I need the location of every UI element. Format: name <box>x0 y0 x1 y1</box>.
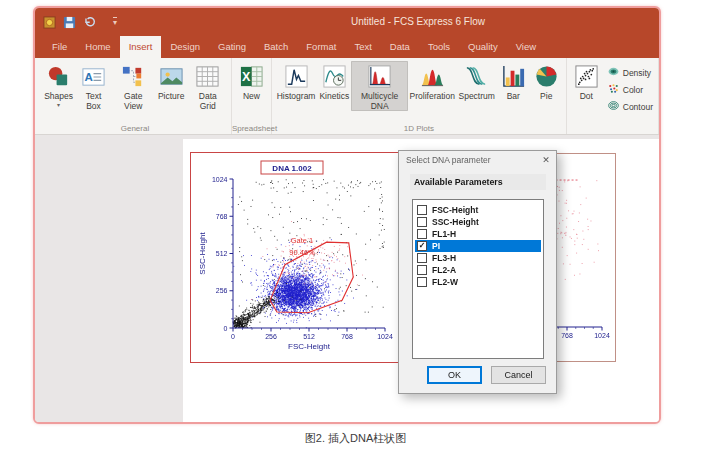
tab-data[interactable]: Data <box>381 36 419 58</box>
ok-button[interactable]: OK <box>427 366 482 384</box>
ribbon-button-label: Color <box>623 85 643 95</box>
checkbox-fl1-h[interactable] <box>417 229 427 239</box>
tab-home[interactable]: Home <box>76 36 119 58</box>
tab-batch[interactable]: Batch <box>255 36 297 58</box>
ribbon-button-text-box[interactable]: AText Box <box>75 61 112 111</box>
app-icon[interactable] <box>43 16 56 29</box>
workspace: 0025625651251276876810241024SSC-HeightFS… <box>35 135 659 422</box>
ribbon-button-histogram[interactable]: Histogram <box>275 61 317 101</box>
ribbon-button-data-grid[interactable]: Data Grid <box>188 61 228 111</box>
tab-format[interactable]: Format <box>297 36 345 58</box>
save-icon[interactable] <box>63 16 76 29</box>
cancel-button[interactable]: Cancel <box>491 366 546 384</box>
svg-text:DNA 1.002: DNA 1.002 <box>272 164 312 173</box>
parameter-fl2-a[interactable]: FL2-A <box>415 264 541 276</box>
svg-text:90.46%: 90.46% <box>289 248 315 257</box>
color-icon <box>607 82 620 97</box>
tab-text[interactable]: Text <box>345 36 380 58</box>
parameter-ssc-height[interactable]: SSC-Height <box>415 216 541 228</box>
ribbon-group-2d-plots: DotDensityColorContour <box>567 58 659 134</box>
multicycle-dna-icon <box>367 63 392 90</box>
ribbon-button-kinetics[interactable]: Kinetics <box>317 61 351 101</box>
svg-text:768: 768 <box>341 333 353 340</box>
ribbon-button-multicycle-dna[interactable]: Multicycle DNA <box>351 61 408 111</box>
ribbon-button-color[interactable]: Color <box>607 82 653 97</box>
dialog-title: Select DNA parameter <box>406 155 491 165</box>
checkbox-pi[interactable]: ✓ <box>417 241 427 251</box>
proliferation-icon <box>420 63 445 90</box>
shapes-icon <box>46 63 71 90</box>
text-box-icon: A <box>81 63 106 90</box>
parameter-fsc-height[interactable]: FSC-Height <box>415 204 541 216</box>
checkbox-fl3-h[interactable] <box>417 253 427 263</box>
ribbon-group-label: Spreadsheet <box>232 124 271 133</box>
ribbon-button-pie[interactable]: Pie <box>530 61 563 101</box>
dna-scatter-plot[interactable]: 0025625651251276876810241024SSC-HeightFS… <box>190 152 408 363</box>
ribbon-button-spectrum[interactable]: Spectrum <box>457 61 497 101</box>
spreadsheet-new-icon: X <box>239 63 264 90</box>
ribbon-tabs: FileHomeInsertDesignGatingBatchFormatTex… <box>35 36 659 58</box>
ribbon-button-label: Proliferation <box>410 91 455 101</box>
checkbox-fl2-w[interactable] <box>417 277 427 287</box>
ribbon-button-label: Text Box <box>78 91 109 111</box>
parameter-label: PI <box>432 241 440 251</box>
parameter-fl2-w[interactable]: FL2-W <box>415 276 541 288</box>
svg-text:Gate 1: Gate 1 <box>291 236 314 245</box>
bar-icon <box>501 63 526 90</box>
ribbon-group-label: 1D Plots <box>272 124 566 133</box>
density-icon <box>607 65 620 80</box>
ribbon-button-proliferation[interactable]: Proliferation <box>408 61 457 101</box>
tab-insert[interactable]: Insert <box>120 36 162 58</box>
qat-dropdown-icon[interactable]: ▾ <box>113 17 117 27</box>
parameter-pi[interactable]: ✓PI <box>415 240 541 252</box>
layout-page: 0025625651251276876810241024SSC-HeightFS… <box>183 139 659 422</box>
tab-tools[interactable]: Tools <box>419 36 459 58</box>
svg-text:256: 256 <box>216 287 228 294</box>
scatter-axes-overlay: 0025625651251276876810241024SSC-HeightFS… <box>190 152 408 363</box>
ribbon-button-picture[interactable]: Picture <box>155 61 188 101</box>
svg-text:SSC-Height: SSC-Height <box>198 232 207 275</box>
ribbon-button-gate-view[interactable]: Gate View <box>112 61 155 111</box>
figure: ▾ Untitled - FCS Express 6 Flow FileHome… <box>0 0 711 454</box>
tab-quality[interactable]: Quality <box>459 36 507 58</box>
ribbon-group-label: General <box>39 124 231 133</box>
checkbox-fl2-a[interactable] <box>417 265 427 275</box>
ribbon-button-shapes[interactable]: Shapes▾ <box>42 61 75 108</box>
parameter-label: FL3-H <box>432 253 456 263</box>
ribbon-button-label: Contour <box>623 102 653 112</box>
available-parameters-label: Available Parameters <box>410 174 546 190</box>
parameter-label: FSC-Height <box>432 205 478 215</box>
tab-file[interactable]: File <box>43 36 76 58</box>
svg-text:256: 256 <box>265 333 277 340</box>
checkbox-fsc-height[interactable] <box>417 205 427 215</box>
svg-text:768: 768 <box>561 332 573 339</box>
contour-icon <box>607 99 620 114</box>
ribbon-button-label: Gate View <box>115 91 152 111</box>
checkbox-ssc-height[interactable] <box>417 217 427 227</box>
histogram-icon <box>284 63 309 90</box>
ribbon-button-label: Histogram <box>277 91 316 101</box>
ribbon-button-new[interactable]: XNew <box>235 61 268 101</box>
tab-view[interactable]: View <box>507 36 545 58</box>
svg-text:512: 512 <box>216 250 228 257</box>
undo-icon[interactable] <box>83 16 96 29</box>
picture-icon <box>159 63 184 90</box>
chevron-down-icon: ▾ <box>57 102 60 108</box>
parameter-label: FL2-W <box>432 277 458 287</box>
ribbon-group-general: Shapes▾AText BoxGate ViewPictureData Gri… <box>39 58 232 134</box>
tab-gating[interactable]: Gating <box>209 36 255 58</box>
parameter-fl1-h[interactable]: FL1-H <box>415 228 541 240</box>
ribbon-button-label: Spectrum <box>459 91 495 101</box>
ribbon-button-bar[interactable]: Bar <box>497 61 530 101</box>
ribbon-button-density[interactable]: Density <box>607 65 653 80</box>
ribbon-button-dot[interactable]: Dot <box>570 61 603 101</box>
dialog-titlebar[interactable]: Select DNA parameter ✕ <box>399 151 556 169</box>
ribbon-button-contour[interactable]: Contour <box>607 99 653 114</box>
svg-text:1024: 1024 <box>212 176 228 183</box>
close-icon[interactable]: ✕ <box>538 155 554 165</box>
figure-caption: 图2. 插入DNA柱状图 <box>0 431 711 446</box>
parameter-fl3-h[interactable]: FL3-H <box>415 252 541 264</box>
tab-design[interactable]: Design <box>161 36 209 58</box>
dialog-buttons: OK Cancel <box>399 366 556 384</box>
spectrum-icon <box>464 63 489 90</box>
